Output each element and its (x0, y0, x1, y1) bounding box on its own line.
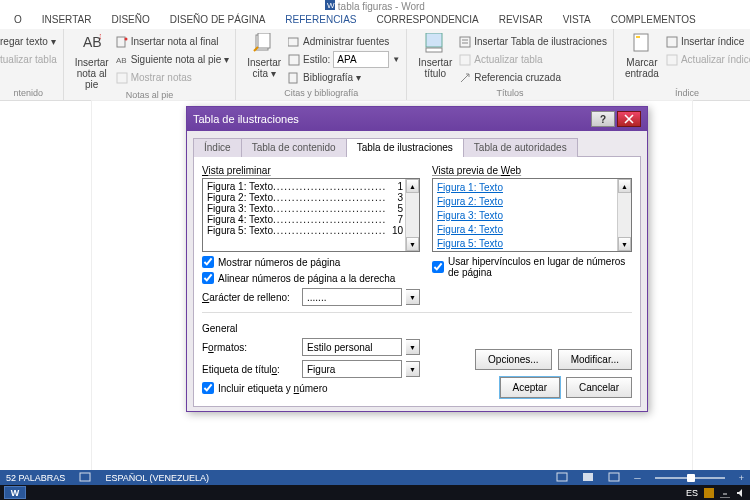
zoom-out-icon[interactable]: ─ (634, 473, 640, 483)
cancel-button[interactable]: Cancelar (566, 377, 632, 398)
dialog-close-button[interactable] (617, 111, 641, 127)
status-bar: 52 PALABRAS ESPAÑOL (VENEZUELA) ─ + (0, 470, 750, 485)
endnote-icon (116, 36, 128, 48)
word-icon: W (325, 0, 335, 12)
group-label: Índice (620, 88, 750, 100)
tab-complementos[interactable]: COMPLEMENTOS (601, 12, 706, 29)
chevron-down-icon[interactable]: ▼ (406, 361, 420, 377)
scroll-down-icon[interactable]: ▼ (618, 237, 631, 251)
insert-citation-button[interactable]: Insertar cita ▾ (242, 31, 286, 79)
ok-button[interactable]: Aceptar (500, 377, 560, 398)
insert-tof-button[interactable]: Insertar Tabla de ilustraciones (459, 33, 607, 50)
add-text-button[interactable]: regar texto ▾ (0, 33, 57, 50)
chevron-down-icon[interactable]: ▼ (406, 289, 420, 305)
footnote-icon: AB1 (83, 33, 101, 53)
word-count[interactable]: 52 PALABRAS (6, 473, 65, 483)
tray-volume-icon[interactable] (736, 488, 746, 498)
dtab-toa[interactable]: Tabla de autoridades (463, 138, 578, 157)
index-icon (666, 36, 678, 48)
scroll-up-icon[interactable]: ▲ (406, 179, 419, 193)
web-preview-link[interactable]: Figura 3: Texto (437, 209, 627, 223)
tof-icon (459, 36, 471, 48)
tray-flag-icon[interactable] (704, 488, 714, 498)
tab-insertar[interactable]: INSERTAR (32, 12, 102, 29)
tray-network-icon[interactable] (720, 488, 730, 498)
options-button[interactable]: Opciones... (475, 349, 552, 370)
chevron-down-icon[interactable]: ▼ (406, 339, 420, 355)
insert-endnote-button[interactable]: Insertar nota al final (116, 33, 229, 50)
update-table-button[interactable]: tualizar tabla (0, 51, 57, 68)
svg-rect-15 (460, 37, 470, 47)
preview-row: Figura 2: Texto.........................… (207, 192, 403, 203)
tab-leader-select[interactable]: ....... (302, 288, 402, 306)
web-preview-link[interactable]: Figura 2: Texto (437, 195, 627, 209)
chk-show-page-numbers[interactable] (202, 256, 214, 268)
tab-diseno[interactable]: DISEÑO (101, 12, 159, 29)
update-icon (666, 54, 678, 66)
manage-sources-button[interactable]: Administrar fuentes (288, 33, 400, 50)
taskbar-word-button[interactable]: W (4, 486, 26, 499)
web-preview-link[interactable]: Figura 5: Texto (437, 237, 627, 251)
web-preview-label: Vista previa de Web (432, 165, 632, 176)
modify-button[interactable]: Modificar... (558, 349, 632, 370)
web-scrollbar[interactable]: ▲ ▼ (617, 179, 631, 251)
svg-rect-18 (460, 55, 470, 65)
chk-use-hyperlinks[interactable] (432, 261, 444, 273)
insert-index-button[interactable]: Insertar índice (666, 33, 750, 50)
web-preview-link[interactable]: Figura 1: Texto (437, 181, 627, 195)
scroll-down-icon[interactable]: ▼ (406, 237, 419, 251)
formats-label: Formatos: (202, 342, 298, 353)
chk-include-label[interactable] (202, 382, 214, 394)
bibliography-icon (288, 72, 300, 84)
dialog-tabs: Índice Tabla de contenido Tabla de ilust… (193, 137, 641, 157)
show-notes-button[interactable]: Mostrar notas (116, 69, 229, 86)
svg-rect-22 (667, 55, 677, 65)
read-mode-icon[interactable] (556, 472, 568, 484)
preview-row: Figura 5: Texto.........................… (207, 225, 403, 236)
spellcheck-icon[interactable] (79, 472, 91, 484)
web-layout-icon[interactable] (608, 472, 620, 484)
chevron-down-icon[interactable]: ▼ (392, 55, 400, 64)
insert-caption-button[interactable]: Insertar título (413, 31, 457, 79)
dialog-titlebar[interactable]: Tabla de ilustraciones ? (187, 107, 647, 131)
preview-scrollbar[interactable]: ▲ ▼ (405, 179, 419, 251)
tab-referencias[interactable]: REFERENCIAS (275, 12, 366, 29)
tab-archivo[interactable]: O (4, 12, 32, 29)
chk-hyper-label: Usar hipervínculos en lugar de números d… (448, 256, 632, 278)
update-tof-button[interactable]: Actualizar tabla (459, 51, 607, 68)
dtab-tof[interactable]: Tabla de ilustraciones (346, 138, 464, 157)
scroll-up-icon[interactable]: ▲ (618, 179, 631, 193)
crossref-icon (459, 72, 471, 84)
mark-entry-button[interactable]: Marcar entrada (620, 31, 664, 79)
tab-diseno-pagina[interactable]: DISEÑO DE PÁGINA (160, 12, 276, 29)
caption-label-select[interactable]: Figura (302, 360, 402, 378)
insert-footnote-button[interactable]: AB1 Insertar nota al pie (70, 31, 114, 90)
update-index-button[interactable]: Actualizar índice (666, 51, 750, 68)
zoom-slider[interactable] (655, 477, 725, 479)
bibliography-button[interactable]: Bibliografía ▾ (288, 69, 400, 86)
chk-right-align[interactable] (202, 272, 214, 284)
citation-style-select[interactable] (333, 51, 389, 68)
dtab-indice[interactable]: Índice (193, 138, 242, 157)
svg-rect-12 (289, 73, 297, 83)
group-captions: Insertar título Insertar Tabla de ilustr… (407, 29, 614, 100)
chk-pagenum-label: Mostrar números de página (218, 257, 340, 268)
tab-correspondencia[interactable]: CORRESPONDENCIA (366, 12, 488, 29)
mark-entry-icon (631, 33, 653, 53)
dialog-help-button[interactable]: ? (591, 111, 615, 127)
tray-lang[interactable]: ES (686, 488, 698, 498)
web-preview-link[interactable]: Figura 4: Texto (437, 223, 627, 237)
tab-vista[interactable]: VISTA (553, 12, 601, 29)
cross-reference-button[interactable]: Referencia cruzada (459, 69, 607, 86)
group-footnotes: AB1 Insertar nota al pie Insertar nota a… (64, 29, 236, 100)
zoom-in-icon[interactable]: + (739, 473, 744, 483)
tab-revisar[interactable]: REVISAR (489, 12, 553, 29)
dtab-toc[interactable]: Tabla de contenido (241, 138, 347, 157)
svg-text:AB: AB (116, 56, 127, 65)
print-layout-icon[interactable] (582, 472, 594, 484)
next-footnote-button[interactable]: ABSiguiente nota al pie ▾ (116, 51, 229, 68)
zoom-thumb[interactable] (687, 474, 695, 482)
language-status[interactable]: ESPAÑOL (VENEZUELA) (105, 473, 209, 483)
manage-sources-icon (288, 36, 300, 48)
formats-select[interactable]: Estilo personal (302, 338, 402, 356)
